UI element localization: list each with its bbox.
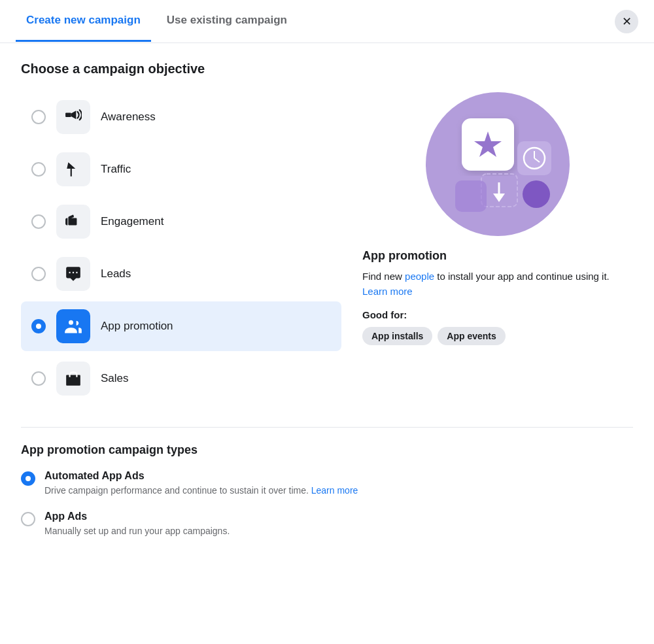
svg-marker-1 [67,162,75,177]
app-promotion-icon-box [56,309,90,343]
automated-text: Automated App Ads Drive campaign perform… [44,470,358,498]
objective-app-promotion[interactable]: App promotion [21,301,341,351]
campaign-type-manual[interactable]: App Ads Manually set up and run your app… [21,511,633,538]
radio-manual[interactable] [21,512,35,526]
manual-desc: Manually set up and run your app campaig… [44,525,230,538]
radio-awareness[interactable] [31,110,46,124]
sales-icon [65,370,82,387]
objective-leads[interactable]: Leads [21,249,341,299]
bottom-section: App promotion campaign types Automated A… [21,427,633,551]
awareness-icon-box [56,100,90,134]
sales-label: Sales [101,372,129,385]
app-promotion-label: App promotion [101,320,173,333]
two-col-layout: Awareness Traffic [21,92,633,406]
desc-text-before: Find new [362,271,405,282]
engagement-icon-box [56,205,90,239]
radio-engagement[interactable] [31,214,46,229]
radio-automated[interactable] [21,471,35,486]
desc-text-after: to install your app and continue using i… [434,271,610,282]
app-promotion-icon [64,317,82,335]
desc-learn-more-link[interactable]: Learn more [362,286,413,297]
main-content: Choose a campaign objective Awa [0,43,654,644]
automated-learn-more[interactable]: Learn more [311,485,358,496]
tab-bar: Create new campaign Use existing campaig… [0,0,654,43]
objective-awareness[interactable]: Awareness [21,92,341,142]
manual-name: App Ads [44,511,230,522]
campaign-type-automated[interactable]: Automated App Ads Drive campaign perform… [21,470,633,498]
tag-app-installs: App installs [362,327,432,345]
section-title: Choose a campaign objective [21,61,633,76]
radio-sales[interactable] [31,371,46,386]
leads-label: Leads [101,267,131,280]
objectives-column: Awareness Traffic [21,92,341,406]
tab-create-new[interactable]: Create new campaign [16,1,151,42]
svg-rect-14 [455,180,487,212]
modal: Create new campaign Use existing campaig… [0,0,654,644]
manual-text: App Ads Manually set up and run your app… [44,511,230,538]
leads-icon [65,265,82,282]
radio-leads[interactable] [31,267,46,281]
tag-app-events: App events [438,327,505,345]
desc-people-link[interactable]: people [405,271,434,282]
radio-traffic[interactable] [31,162,46,177]
bottom-title: App promotion campaign types [21,443,633,457]
close-button[interactable]: ✕ [615,10,638,33]
awareness-icon [65,109,82,126]
svg-point-2 [69,320,73,325]
leads-icon-box [56,257,90,291]
awareness-label: Awareness [101,110,156,124]
promo-svg [432,99,563,229]
sales-icon-box [56,362,90,396]
svg-rect-3 [66,375,80,386]
objective-traffic[interactable]: Traffic [21,144,341,194]
radio-app-promotion[interactable] [31,319,46,333]
desc-title: App promotion [362,249,447,263]
automated-desc: Drive campaign performance and continue … [44,484,358,498]
traffic-label: Traffic [101,163,131,176]
desc-text: Find new people to install your app and … [362,269,633,299]
promo-illustration [426,92,570,236]
objective-engagement[interactable]: Engagement [21,197,341,246]
svg-rect-0 [65,113,71,118]
good-for-title: Good for: [362,309,407,320]
tab-use-existing[interactable]: Use existing campaign [156,1,298,42]
svg-marker-8 [493,194,505,202]
engagement-icon [65,213,82,230]
objective-sales[interactable]: Sales [21,354,341,403]
traffic-icon [65,161,82,178]
svg-rect-13 [523,180,550,208]
traffic-icon-box [56,152,90,186]
automated-name: Automated App Ads [44,470,358,482]
engagement-label: Engagement [101,215,164,228]
description-column: App promotion Find new people to install… [362,92,633,406]
tags-container: App installs App events [362,327,506,345]
